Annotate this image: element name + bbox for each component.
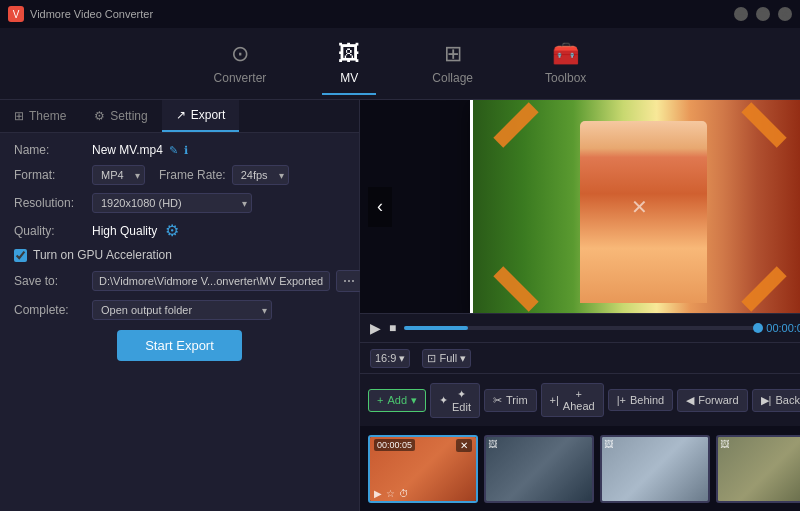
complete-row: Complete: Open output folder	[14, 300, 345, 320]
framerate-label: Frame Rate:	[159, 168, 226, 182]
gpu-row: Turn on GPU Acceleration	[14, 248, 345, 262]
toolbox-label: Toolbox	[545, 71, 586, 85]
backward-label: Backward	[775, 394, 800, 406]
format-row: Format: MP4 Frame Rate: 24fps	[14, 165, 345, 185]
sub-tab-setting[interactable]: ⚙ Setting	[80, 100, 161, 132]
tab-mv[interactable]: 🖼 MV	[322, 33, 376, 95]
format-label: Format:	[14, 168, 84, 182]
film-thumb-3[interactable]: 🖼	[600, 435, 710, 503]
name-value: New MV.mp4	[92, 143, 163, 157]
left-panel: ⊞ Theme ⚙ Setting ↗ Export Name: New MV.…	[0, 100, 360, 511]
film-thumb-2[interactable]: 🖼	[484, 435, 594, 503]
mv-icon: 🖼	[338, 41, 360, 67]
play-button[interactable]: ▶	[370, 320, 381, 336]
thumb-star-icon[interactable]: ☆	[386, 488, 395, 499]
thumb-time-1: 00:00:05	[374, 439, 415, 451]
nav-tabs: ⊙ Converter 🖼 MV ⊞ Collage 🧰 Toolbox	[0, 28, 800, 100]
quality-row: Quality: High Quality ⚙	[14, 221, 345, 240]
preview-area: ‹ ✕ ›	[360, 100, 800, 313]
behind-icon: |+	[617, 394, 626, 406]
forward-label: Forward	[698, 394, 738, 406]
maximize-button[interactable]: □	[756, 7, 770, 21]
browse-button[interactable]: ⋯	[336, 270, 362, 292]
format-select[interactable]: MP4	[92, 165, 145, 185]
filmstrip: 00:00:05 ✕ ▶ ☆ ⏱ 🖼 🖼	[360, 426, 800, 511]
info-icon[interactable]: ℹ	[184, 144, 188, 157]
tab-converter[interactable]: ⊙ Converter	[198, 33, 283, 95]
export-settings: Name: New MV.mp4 ✎ ℹ Format: MP4 Frame R…	[0, 133, 359, 511]
thumb-bg-2	[486, 437, 592, 501]
save-path: D:\Vidmore\Vidmore V...onverter\MV Expor…	[92, 271, 330, 291]
thumb-close-1[interactable]: ✕	[456, 439, 472, 452]
save-label: Save to:	[14, 274, 84, 288]
gpu-checkbox[interactable]	[14, 249, 27, 262]
film-thumb-4[interactable]: 🖼	[716, 435, 800, 503]
sub-tab-theme[interactable]: ⊞ Theme	[0, 100, 80, 132]
thumb-icon-wrap-4: 🖼	[720, 439, 729, 449]
tab-toolbox[interactable]: 🧰 Toolbox	[529, 33, 602, 95]
theme-icon: ⊞	[14, 109, 24, 123]
app-title: Vidmore Video Converter	[30, 8, 153, 20]
zoom-chevron: ▾	[460, 352, 466, 365]
quality-value: High Quality	[92, 224, 157, 238]
add-chevron: ▾	[411, 394, 417, 407]
complete-select[interactable]: Open output folder	[92, 300, 272, 320]
framerate-select[interactable]: 24fps	[232, 165, 289, 185]
start-export-button[interactable]: Start Export	[117, 330, 242, 361]
edit-button[interactable]: ✦ ✦ Edit	[430, 383, 480, 418]
close-button[interactable]: ✕	[778, 7, 792, 21]
trim-button[interactable]: ✂ Trim	[484, 389, 537, 412]
converter-icon: ⊙	[231, 41, 249, 67]
minimize-button[interactable]: —	[734, 7, 748, 21]
close-x-icon[interactable]: ✕	[631, 195, 648, 219]
backward-icon: ▶|	[761, 394, 772, 407]
title-bar: V Vidmore Video Converter — □ ✕	[0, 0, 800, 28]
progress-fill	[404, 326, 468, 330]
plus-icon: +	[377, 394, 383, 406]
quality-label: Quality:	[14, 224, 84, 238]
thumb-controls-1: ▶ ☆ ⏱	[374, 488, 409, 499]
sub-tab-export[interactable]: ↗ Export	[162, 100, 240, 132]
behind-button[interactable]: |+ Behind	[608, 389, 674, 411]
quality-settings-button[interactable]: ⚙	[165, 221, 179, 240]
film-thumb-1[interactable]: 00:00:05 ✕ ▶ ☆ ⏱	[368, 435, 478, 503]
stop-button[interactable]: ■	[389, 321, 396, 335]
thumb-play-icon[interactable]: ▶	[374, 488, 382, 499]
thumb-icon-wrap-2: 🖼	[488, 439, 497, 449]
export-icon: ↗	[176, 108, 186, 122]
prev-arrow[interactable]: ‹	[368, 187, 392, 227]
setting-label: Setting	[110, 109, 147, 123]
thumb-overlay-1: 00:00:05 ✕	[370, 437, 476, 454]
aspect-select[interactable]: 16:9 ▾	[370, 349, 410, 368]
scissors-icon: ✂	[493, 394, 502, 407]
resolution-row: Resolution: 1920x1080 (HD)	[14, 193, 345, 213]
backward-button[interactable]: ▶| Backward	[752, 389, 800, 412]
forward-icon: ◀	[686, 394, 694, 407]
gpu-label: Turn on GPU Acceleration	[33, 248, 172, 262]
setting-icon: ⚙	[94, 109, 105, 123]
forward-button[interactable]: ◀ Forward	[677, 389, 747, 412]
sub-tabs: ⊞ Theme ⚙ Setting ↗ Export	[0, 100, 359, 133]
thumb-bg-4	[718, 437, 800, 501]
converter-label: Converter	[214, 71, 267, 85]
resolution-select[interactable]: 1920x1080 (HD)	[92, 193, 252, 213]
main-content: ⊞ Theme ⚙ Setting ↗ Export Name: New MV.…	[0, 100, 800, 511]
zoom-select[interactable]: ⊡ Full ▾	[422, 349, 471, 368]
add-label: Add	[387, 394, 407, 406]
mv-label: MV	[340, 71, 358, 85]
progress-bar[interactable]	[404, 326, 758, 330]
aspect-value: 16:9	[375, 352, 396, 364]
aspect-chevron: ▾	[399, 352, 405, 365]
behind-label: Behind	[630, 394, 664, 406]
resolution-label: Resolution:	[14, 196, 84, 210]
time-display: 00:00:03.23/00:00:20.00	[766, 322, 800, 334]
tab-collage[interactable]: ⊞ Collage	[416, 33, 489, 95]
edit-label: ✦ Edit	[452, 388, 471, 413]
ahead-button[interactable]: +| + Ahead	[541, 383, 604, 417]
thumb-clock-icon[interactable]: ⏱	[399, 488, 409, 499]
name-row: Name: New MV.mp4 ✎ ℹ	[14, 143, 345, 157]
add-button[interactable]: + Add ▾	[368, 389, 426, 412]
edit-icon[interactable]: ✎	[169, 144, 178, 157]
preview-frame: ✕	[470, 100, 800, 313]
thumb-icon-wrap-3: 🖼	[604, 439, 613, 449]
